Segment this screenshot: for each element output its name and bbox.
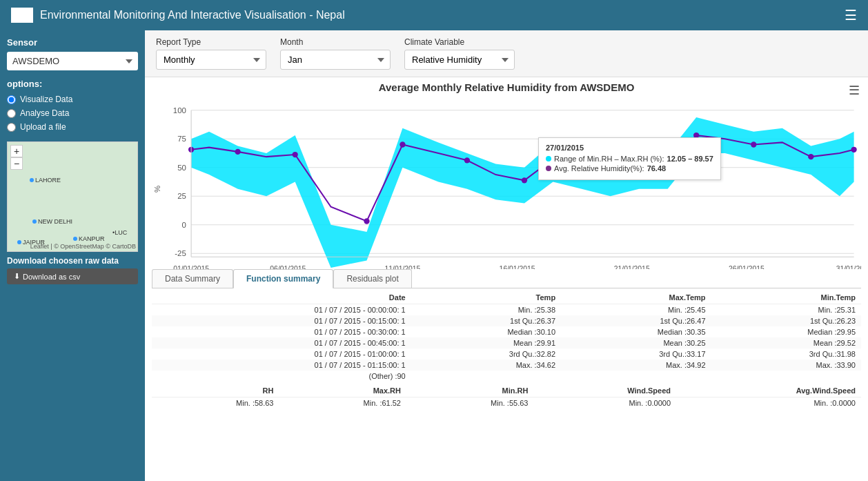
- svg-text:31/01/2015: 31/01/2015: [836, 265, 861, 268]
- col-header-rh: RH: [152, 384, 279, 397]
- report-type-group: Report Type Monthly Daily Yearly: [156, 37, 266, 70]
- cell-maxtemp: Median :30.35: [561, 326, 711, 337]
- cell-temp: Median :30.10: [411, 326, 561, 337]
- cell-minrh: Min. :55.63: [406, 397, 533, 409]
- option-analyse[interactable]: Analyse Data: [7, 108, 138, 118]
- report-type-select[interactable]: Monthly Daily Yearly: [156, 50, 266, 70]
- month-select[interactable]: JanFebMar AprMayJun JulAugSep OctNovDec: [280, 50, 391, 70]
- options-label: options:: [7, 79, 138, 89]
- chart-area: Average Monthly Relative Humidity from A…: [145, 77, 868, 269]
- city-kanpur: KANPUR: [73, 235, 105, 242]
- tab-function-summary[interactable]: Function summary: [233, 269, 333, 288]
- svg-point-21: [579, 161, 584, 166]
- cell-mintemp: Mean :29.52: [711, 337, 861, 349]
- table-row: Min. :58.63 Min. :61.52 Min. :55.63 Min.…: [152, 397, 861, 409]
- option-visualize[interactable]: Visualize Data: [7, 95, 138, 104]
- svg-text:01/01/2015: 01/01/2015: [173, 265, 209, 268]
- col-header-maxrh: Max.RH: [279, 384, 406, 397]
- svg-text:06/01/2015: 06/01/2015: [270, 265, 306, 268]
- svg-point-17: [364, 218, 369, 224]
- tabs-row: Data Summary Function summary Residuals …: [152, 269, 861, 288]
- cell-avgwind: Min. :0.0000: [676, 397, 861, 409]
- cell-date: 01 / 07 / 2015 - 01:00:00: 1: [152, 349, 411, 360]
- upload-label: Upload a file: [20, 122, 66, 132]
- cell-temp: Max. :34.62: [411, 360, 561, 371]
- map-background: + − LAHORE NEW DELHI JAIPUR KANPUR •LUC …: [8, 142, 137, 251]
- map-attribution: Leaflet | © OpenStreetMap © CartoDB: [30, 243, 136, 250]
- table-row: 01 / 07 / 2015 - 00:00:00: 1 Min. :25.38…: [152, 304, 861, 315]
- table-row: (Other) :90: [152, 371, 861, 382]
- table-row: 01 / 07 / 2015 - 00:45:00: 1 Mean :29.91…: [152, 337, 861, 349]
- cell-mintemp: 1st Qu.:26.23: [711, 315, 861, 326]
- download-btn-label: Download as csv: [23, 273, 80, 281]
- col-header-avgwind: Avg.Wind.Speed: [676, 384, 861, 397]
- data-table-area: Date Temp Max.Temp Min.Temp 01 / 07 / 20…: [145, 288, 868, 482]
- main-content: Report Type Monthly Daily Yearly Month J…: [145, 30, 868, 481]
- analyse-label: Analyse Data: [20, 108, 69, 118]
- table-row: 01 / 07 / 2015 - 00:30:00: 1 Median :30.…: [152, 326, 861, 337]
- cell-temp: 3rd Qu.:32.82: [411, 349, 561, 360]
- svg-point-23: [693, 132, 699, 138]
- svg-text:100: 100: [173, 106, 186, 115]
- hamburger-menu-icon[interactable]: ☰: [845, 7, 857, 23]
- svg-point-26: [851, 147, 856, 153]
- svg-point-15: [235, 149, 240, 155]
- visualize-radio[interactable]: [7, 95, 16, 104]
- analyse-radio[interactable]: [7, 109, 16, 118]
- cell-date: 01 / 07 / 2015 - 01:15:00: 1: [152, 360, 411, 371]
- cell-mintemp: 3rd Qu.:31.98: [711, 349, 861, 360]
- cell-temp: Mean :29.91: [411, 337, 561, 349]
- download-csv-button[interactable]: ⬇ Download as csv: [7, 268, 138, 284]
- main-layout: Sensor AWSDEMO options: Visualize Data A…: [0, 30, 868, 481]
- report-type-label: Report Type: [156, 37, 266, 47]
- sidebar: Sensor AWSDEMO options: Visualize Data A…: [0, 30, 145, 481]
- svg-text:%: %: [153, 186, 161, 193]
- svg-point-18: [400, 141, 405, 147]
- download-icon: ⬇: [14, 272, 20, 281]
- option-upload[interactable]: Upload a file: [7, 122, 138, 132]
- header-left: Environmental Monitoring And Interactive…: [11, 8, 345, 23]
- app-logo: [11, 8, 33, 23]
- cell-temp: Min. :25.38: [411, 304, 561, 315]
- svg-text:21/01/2015: 21/01/2015: [614, 265, 650, 268]
- cell-date: 01 / 07 / 2015 - 00:15:00: 1: [152, 315, 411, 326]
- zoom-in-button[interactable]: +: [10, 145, 23, 157]
- table-row: 01 / 07 / 2015 - 01:00:00: 1 3rd Qu.:32.…: [152, 349, 861, 360]
- tab-data-summary[interactable]: Data Summary: [152, 269, 233, 288]
- cell-temp: 1st Qu.:26.37: [411, 315, 561, 326]
- cell-empty2: [561, 371, 711, 382]
- visualize-label: Visualize Data: [20, 95, 73, 104]
- map-zoom-controls: + −: [10, 145, 23, 170]
- svg-point-25: [808, 154, 813, 159]
- col-header-minrh: Min.RH: [406, 384, 533, 397]
- svg-text:-25: -25: [175, 249, 186, 257]
- svg-text:16/01/2015: 16/01/2015: [500, 265, 535, 268]
- cell-mintemp: Median :29.95: [711, 326, 861, 337]
- svg-text:11/01/2015: 11/01/2015: [384, 265, 420, 268]
- svg-point-16: [293, 152, 298, 157]
- col-header-temp: Temp: [411, 291, 561, 304]
- month-label: Month: [280, 37, 391, 47]
- svg-text:75: 75: [177, 135, 186, 143]
- tab-residuals-plot[interactable]: Residuals plot: [333, 269, 411, 288]
- controls-bar: Report Type Monthly Daily Yearly Month J…: [145, 30, 868, 77]
- col-header-wind: Wind.Speed: [533, 384, 676, 397]
- col-header-mintemp: Min.Temp: [711, 291, 861, 304]
- upload-radio[interactable]: [7, 123, 16, 132]
- svg-text:25: 25: [177, 192, 186, 200]
- city-newdelhi: NEW DELHI: [32, 218, 72, 225]
- svg-text:26/01/2015: 26/01/2015: [729, 265, 765, 268]
- download-label: Download choosen raw data: [7, 256, 138, 266]
- cell-empty3: [711, 371, 861, 382]
- sensor-select[interactable]: AWSDEMO: [7, 52, 138, 70]
- zoom-out-button[interactable]: −: [10, 157, 23, 170]
- chart-wrapper: 100 75 50 25 0 -25 %: [152, 96, 861, 269]
- city-luc: •LUC: [112, 229, 127, 236]
- svg-point-19: [464, 157, 470, 163]
- climate-variable-label: Climate Variable: [404, 37, 515, 47]
- cell-maxtemp: Min. :25.45: [561, 304, 711, 315]
- app-header: Environmental Monitoring And Interactive…: [0, 0, 868, 30]
- climate-variable-select[interactable]: Relative Humidity Temperature Wind Speed…: [404, 50, 515, 70]
- cell-mintemp: Max. :33.90: [711, 360, 861, 371]
- table-row: 01 / 07 / 2015 - 01:15:00: 1 Max. :34.62…: [152, 360, 861, 371]
